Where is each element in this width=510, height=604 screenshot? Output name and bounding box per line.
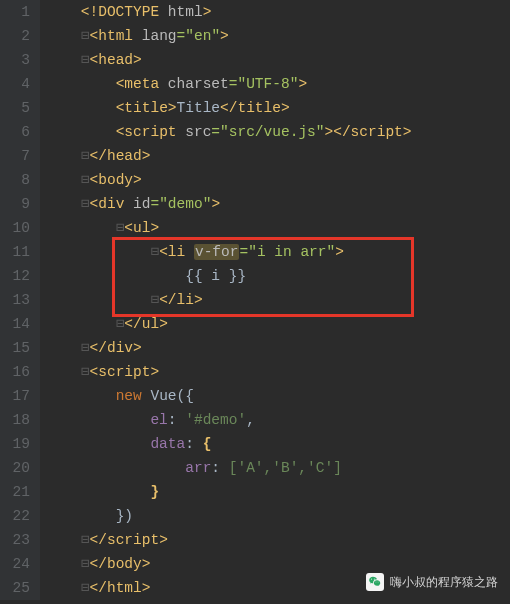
line-number: 22 bbox=[0, 504, 30, 528]
line-number: 21 bbox=[0, 480, 30, 504]
code-line[interactable]: }) bbox=[46, 504, 510, 528]
line-number: 15 bbox=[0, 336, 30, 360]
line-number: 9 bbox=[0, 192, 30, 216]
line-number: 18 bbox=[0, 408, 30, 432]
watermark: 嗨小叔的程序猿之路 bbox=[366, 570, 498, 594]
line-number: 14 bbox=[0, 312, 30, 336]
code-line[interactable]: arr: ['A','B','C'] bbox=[46, 456, 510, 480]
code-line[interactable]: ⊟</script> bbox=[46, 528, 510, 552]
line-number: 16 bbox=[0, 360, 30, 384]
code-line[interactable]: ⊟<head> bbox=[46, 48, 510, 72]
code-line[interactable]: new Vue({ bbox=[46, 384, 510, 408]
code-line[interactable]: ⊟<div id="demo"> bbox=[46, 192, 510, 216]
code-line[interactable]: ⊟<ul> bbox=[46, 216, 510, 240]
code-line[interactable]: {{ i }} bbox=[46, 264, 510, 288]
code-line[interactable]: <meta charset="UTF-8"> bbox=[46, 72, 510, 96]
line-number: 6 bbox=[0, 120, 30, 144]
line-number: 23 bbox=[0, 528, 30, 552]
line-number: 10 bbox=[0, 216, 30, 240]
code-line[interactable]: } bbox=[46, 480, 510, 504]
line-number: 24 bbox=[0, 552, 30, 576]
code-line[interactable]: ⊟<script> bbox=[46, 360, 510, 384]
line-number: 5 bbox=[0, 96, 30, 120]
code-line[interactable]: el: '#demo', bbox=[46, 408, 510, 432]
line-number: 8 bbox=[0, 168, 30, 192]
line-number: 20 bbox=[0, 456, 30, 480]
line-number: 25 bbox=[0, 576, 30, 600]
line-number: 17 bbox=[0, 384, 30, 408]
watermark-text: 嗨小叔的程序猿之路 bbox=[390, 570, 498, 594]
code-line[interactable]: <script src="src/vue.js"></script> bbox=[46, 120, 510, 144]
code-line[interactable]: ⊟<body> bbox=[46, 168, 510, 192]
code-line[interactable]: data: { bbox=[46, 432, 510, 456]
line-number: 4 bbox=[0, 72, 30, 96]
code-editor: 1 2 3 4 5 6 7 8 9 10 11 12 13 14 15 16 1… bbox=[0, 0, 510, 600]
line-number: 7 bbox=[0, 144, 30, 168]
line-number: 2 bbox=[0, 24, 30, 48]
code-line[interactable]: <title>Title</title> bbox=[46, 96, 510, 120]
code-line[interactable]: ⊟<html lang="en"> bbox=[46, 24, 510, 48]
line-number: 19 bbox=[0, 432, 30, 456]
code-area[interactable]: <!DOCTYPE html> ⊟<html lang="en"> ⊟<head… bbox=[40, 0, 510, 600]
line-number: 11 bbox=[0, 240, 30, 264]
code-line[interactable]: ⊟</ul> bbox=[46, 312, 510, 336]
code-line[interactable]: ⊟</li> bbox=[46, 288, 510, 312]
code-line[interactable]: ⊟</head> bbox=[46, 144, 510, 168]
line-number: 3 bbox=[0, 48, 30, 72]
code-line[interactable]: ⊟<li v-for="i in arr"> bbox=[46, 240, 510, 264]
line-number: 1 bbox=[0, 0, 30, 24]
wechat-icon bbox=[366, 573, 384, 591]
line-number: 12 bbox=[0, 264, 30, 288]
code-line[interactable]: ⊟</div> bbox=[46, 336, 510, 360]
line-number-gutter: 1 2 3 4 5 6 7 8 9 10 11 12 13 14 15 16 1… bbox=[0, 0, 40, 600]
line-number: 13 bbox=[0, 288, 30, 312]
code-line[interactable]: <!DOCTYPE html> bbox=[46, 0, 510, 24]
